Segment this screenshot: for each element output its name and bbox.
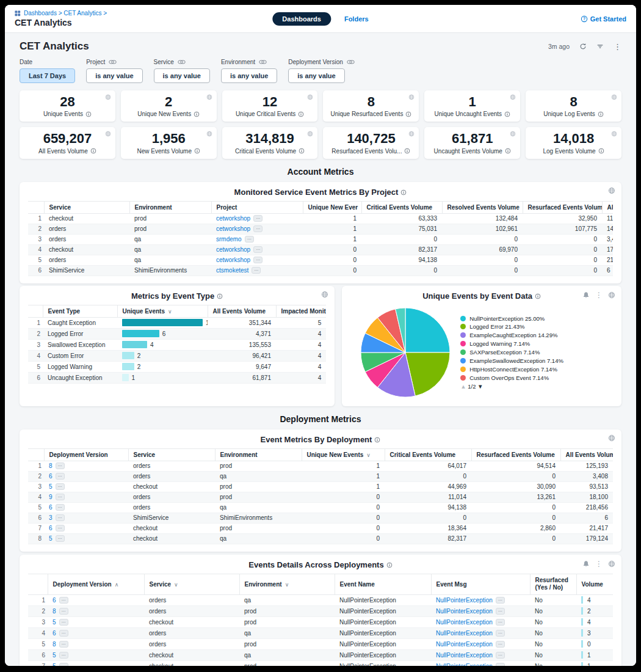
more-badge[interactable]: ⋯ — [496, 608, 505, 615]
more-badge[interactable]: ⋯ — [496, 619, 505, 626]
event_msg-link[interactable]: NullPointerException — [436, 619, 493, 626]
col-unique-events[interactable]: Unique Events∨ — [117, 305, 208, 317]
project-link[interactable]: cetworkshop — [216, 246, 250, 253]
service-filter-chip[interactable]: is any value — [154, 68, 210, 83]
legend-item[interactable]: ExampleSwallowedException 7.14% — [460, 357, 610, 365]
version-link[interactable]: 5 — [49, 535, 53, 542]
col-resurfaced[interactable]: Resurfaced Events Volume — [523, 201, 602, 213]
col-deployment-version[interactable]: Deployment Version∧ — [48, 574, 144, 594]
col-resolved[interactable]: Resolved Events Volume — [442, 201, 523, 213]
refresh-icon[interactable] — [579, 43, 587, 50]
more-badge[interactable]: ⋯ — [59, 630, 68, 637]
event_msg-link[interactable]: NullPointerException — [436, 641, 493, 648]
col-resurfaced[interactable]: Resurfaced (Yes / No) — [530, 574, 576, 594]
globe-icon[interactable] — [608, 560, 615, 568]
project-link[interactable]: cetworkshop — [216, 225, 250, 232]
more-badge[interactable]: ⋯ — [253, 225, 263, 232]
more-badge[interactable]: ⋯ — [496, 652, 505, 659]
globe-icon[interactable] — [307, 94, 313, 100]
globe-icon[interactable] — [608, 434, 615, 442]
version-link[interactable]: 8 — [53, 608, 56, 615]
col-all[interactable]: All Events Volume — [560, 448, 613, 461]
legend-page-down-icon[interactable]: ▼ — [477, 383, 483, 390]
deployment-version-filter-chip[interactable]: is any value — [288, 68, 344, 83]
more-badge[interactable]: ⋯ — [56, 473, 65, 480]
version-link[interactable]: 6 — [49, 525, 53, 531]
col-project[interactable]: Project — [211, 201, 303, 213]
globe-icon[interactable] — [510, 94, 516, 100]
col-event-name[interactable]: Event Name — [335, 574, 431, 594]
event_msg-link[interactable]: NullPointerException — [436, 630, 493, 637]
globe-icon[interactable] — [105, 131, 111, 137]
more-badge[interactable]: ⋯ — [59, 652, 68, 659]
legend-item[interactable]: Logged Warning 7.14% — [460, 340, 610, 348]
col-all[interactable]: All Events Volume — [602, 201, 613, 213]
kebab-menu-icon[interactable]: ⋮ — [595, 560, 603, 568]
breadcrumb-text[interactable]: Dashboards > CET Analytics > — [24, 10, 107, 16]
col-event-type[interactable]: Event Type — [43, 305, 117, 317]
legend-page-up-icon[interactable]: ▲ — [460, 383, 466, 390]
event_msg-link[interactable]: NullPointerException — [436, 597, 493, 604]
more-badge[interactable]: ⋯ — [56, 504, 65, 511]
project-link[interactable]: ctsmoketest — [216, 267, 248, 274]
more-badge[interactable]: ⋯ — [253, 257, 263, 263]
kebab-menu-icon[interactable]: ⋮ — [614, 42, 621, 51]
col-service[interactable]: Service — [44, 201, 129, 213]
version-link[interactable]: 6 — [49, 473, 53, 480]
legend-item[interactable]: ExampleCaughtException 14.29% — [460, 332, 610, 339]
legend-item[interactable]: HttpHostConnectException 7.14% — [460, 366, 610, 373]
version-link[interactable]: 5 — [53, 652, 56, 659]
globe-icon[interactable] — [105, 94, 111, 100]
globe-icon[interactable] — [321, 291, 328, 298]
more-badge[interactable]: ⋯ — [56, 535, 65, 542]
globe-icon[interactable] — [611, 94, 617, 100]
breadcrumb[interactable]: Dashboards > CET Analytics > — [15, 10, 107, 16]
globe-icon[interactable] — [206, 131, 212, 137]
globe-icon[interactable] — [307, 131, 313, 137]
environment-filter-chip[interactable]: is any value — [221, 68, 277, 83]
globe-icon[interactable] — [608, 187, 615, 194]
kebab-menu-icon[interactable]: ⋮ — [595, 291, 603, 299]
col-volume[interactable]: Volume — [576, 574, 613, 594]
more-badge[interactable]: ⋯ — [253, 246, 263, 253]
more-badge[interactable]: ⋯ — [496, 630, 505, 637]
legend-item[interactable]: Custom OverOps Event 7.14% — [460, 374, 610, 382]
more-badge[interactable]: ⋯ — [59, 608, 68, 615]
more-badge[interactable]: ⋯ — [245, 236, 254, 243]
tab-folders[interactable]: Folders — [344, 15, 369, 23]
version-link[interactable]: 6 — [53, 597, 56, 604]
col-unique-new[interactable]: Unique New Ever∨ — [303, 201, 361, 213]
more-badge[interactable]: ⋯ — [56, 525, 65, 531]
more-badge[interactable]: ⋯ — [59, 619, 68, 626]
col-critical[interactable]: Critical Events Volume — [385, 448, 471, 461]
version-link[interactable]: 5 — [53, 619, 56, 626]
project-filter-chip[interactable]: is any value — [86, 68, 142, 83]
globe-icon[interactable] — [611, 131, 617, 137]
globe-icon[interactable] — [206, 94, 212, 100]
event_msg-link[interactable]: NullPointerException — [436, 608, 493, 615]
more-badge[interactable]: ⋯ — [56, 483, 65, 490]
col-all-events[interactable]: All Events Volume — [208, 305, 276, 317]
col-environment[interactable]: Environment∨ — [239, 574, 335, 594]
more-badge[interactable]: ⋯ — [496, 641, 505, 648]
version-link[interactable]: 5 — [53, 663, 56, 666]
col-environment[interactable]: Environment — [129, 201, 211, 213]
globe-icon[interactable] — [408, 131, 415, 137]
more-badge[interactable]: ⋯ — [59, 641, 68, 648]
col-critical[interactable]: Critical Events Volume — [361, 201, 442, 213]
project-link[interactable]: cetworkshop — [216, 215, 250, 222]
get-started-link[interactable]: Get Started — [581, 15, 626, 23]
more-badge[interactable]: ⋯ — [253, 215, 263, 222]
col-deployment-version[interactable]: Deployment Version — [44, 448, 128, 461]
legend-item[interactable]: Logged Error 21.43% — [460, 323, 610, 331]
more-badge[interactable]: ⋯ — [56, 494, 65, 500]
more-badge[interactable]: ⋯ — [496, 597, 505, 604]
version-link[interactable]: 9 — [49, 494, 53, 500]
legend-item[interactable]: SAXParseException 7.14% — [460, 349, 610, 356]
filter-icon[interactable] — [596, 43, 604, 50]
version-link[interactable]: 8 — [53, 641, 56, 648]
col-event-msg[interactable]: Event Msg — [431, 574, 530, 594]
col-environment[interactable]: Environment — [215, 448, 302, 461]
more-badge[interactable]: ⋯ — [59, 663, 68, 666]
col-service[interactable]: Service∨ — [144, 574, 239, 594]
